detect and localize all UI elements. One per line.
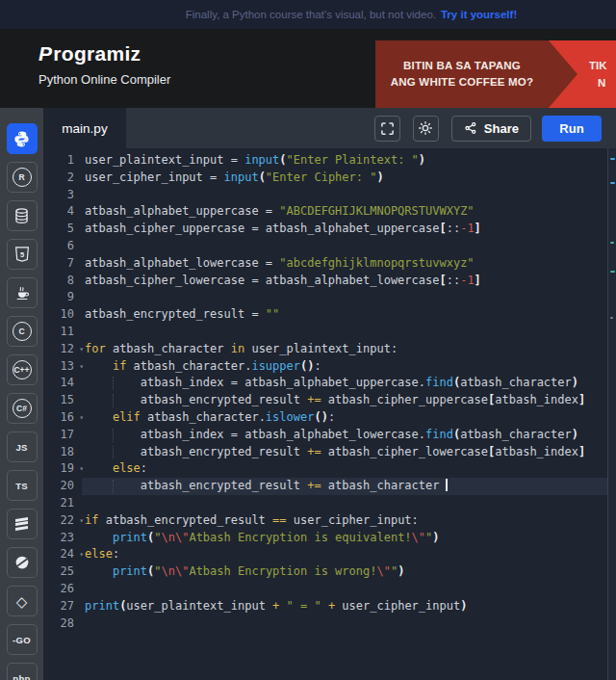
- c-icon: C: [13, 322, 32, 341]
- code-line-26[interactable]: 26: [43, 581, 607, 598]
- tab-main-py[interactable]: main.py: [43, 108, 126, 148]
- code-line-18[interactable]: 18 atbash_encrypted_result += atbash_cip…: [43, 444, 607, 461]
- code-line-10[interactable]: 10atbash_encrypted_result = "": [43, 306, 607, 324]
- html-icon: 5: [13, 246, 31, 263]
- indent-guide: [113, 394, 114, 407]
- code-text: atbash_encrypted_result += atbash_cipher…: [82, 444, 607, 461]
- indent-guide: [113, 446, 114, 459]
- line-number: 11: [43, 324, 82, 341]
- sidebar-item-swift[interactable]: [7, 547, 38, 578]
- sidebar-item-ruby[interactable]: ◇: [7, 586, 38, 616]
- sidebar-item-html[interactable]: 5: [7, 239, 38, 270]
- code-text: atbash_index = atbash_alphabet_lowercase…: [82, 427, 607, 444]
- code-text: user_plaintext_input = input("Enter Plai…: [82, 152, 607, 170]
- indent-guide: [113, 377, 114, 390]
- code-text: atbash_encrypted_result = "": [82, 306, 607, 324]
- code-text: [82, 238, 607, 255]
- code-text: print("\n\"Atbash Encryption is equivale…: [82, 530, 607, 547]
- code-line-28[interactable]: 28: [43, 615, 607, 633]
- code-text: for atbash_character in user_plaintext_i…: [82, 341, 607, 358]
- code-text: [82, 324, 607, 341]
- code-line-14[interactable]: 14 atbash_index = atbash_alphabet_upperc…: [43, 375, 607, 392]
- line-number: 4: [43, 203, 82, 221]
- sidebar-item-python[interactable]: [7, 123, 38, 154]
- run-button[interactable]: Run: [542, 116, 602, 142]
- swift-icon: [13, 554, 31, 571]
- sidebar-item-c[interactable]: C: [7, 316, 38, 347]
- line-number: 9: [43, 289, 82, 306]
- code-line-23[interactable]: 23 print("\n\"Atbash Encryption is equiv…: [43, 530, 607, 547]
- line-number: 14: [43, 375, 82, 392]
- line-number: 27: [43, 598, 82, 615]
- cpp-icon: C++: [13, 360, 32, 379]
- programiz-logo: Programiz: [38, 42, 170, 65]
- share-button[interactable]: Share: [451, 116, 531, 142]
- code-line-12[interactable]: 12▾for atbash_character in user_plaintex…: [43, 341, 607, 358]
- fullscreen-button[interactable]: [374, 116, 400, 142]
- sidebar-item-r[interactable]: R: [7, 162, 38, 193]
- sidebar-item-scala[interactable]: [7, 509, 38, 539]
- code-line-3[interactable]: 3: [43, 187, 607, 204]
- code-line-4[interactable]: 4atbash_alphabet_uppercase = "ABCDEFGHIJ…: [43, 203, 607, 221]
- code-editor[interactable]: 1user_plaintext_input = input("Enter Pla…: [43, 148, 616, 680]
- code-text: [82, 581, 607, 598]
- code-line-1[interactable]: 1user_plaintext_input = input("Enter Pla…: [43, 152, 607, 170]
- code-line-13[interactable]: 13▾ if atbash_character.isupper():: [43, 358, 607, 376]
- code-line-8[interactable]: 8atbash_cipher_lowercase = atbash_alphab…: [43, 273, 607, 290]
- sidebar-item-go[interactable]: -GO: [7, 624, 38, 655]
- code-line-20[interactable]: 20 atbash_encrypted_result += atbash_cha…: [43, 478, 607, 495]
- code-line-5[interactable]: 5atbash_cipher_uppercase = atbash_alphab…: [43, 221, 607, 238]
- code-text: atbash_alphabet_uppercase = "ABCDEFGHIJK…: [82, 203, 607, 221]
- ts-icon: TS: [15, 481, 28, 491]
- code-line-19[interactable]: 19▾ else:: [43, 460, 607, 478]
- line-number: 8: [43, 273, 82, 290]
- sidebar-item-js[interactable]: JS: [7, 432, 38, 462]
- promo-link[interactable]: Try it yourself!: [441, 9, 517, 20]
- code-line-11[interactable]: 11: [43, 324, 607, 341]
- code-line-2[interactable]: 2user_cipher_input = input("Enter Cipher…: [43, 170, 607, 187]
- ad-banner[interactable]: BITIN BA SA TAPANG ANG WHITE COFFEE MO? …: [375, 40, 616, 108]
- ad-right-line2: N: [589, 74, 616, 92]
- code-line-9[interactable]: 9: [43, 289, 607, 306]
- theme-toggle-button[interactable]: [413, 116, 439, 142]
- sidebar-item-csharp[interactable]: C#: [7, 393, 38, 424]
- sidebar-item-ts[interactable]: TS: [7, 470, 38, 501]
- code-line-27[interactable]: 27print(user_plaintext_input + " = " + u…: [43, 598, 607, 615]
- code-line-15[interactable]: 15 atbash_encrypted_result += atbash_cip…: [43, 392, 607, 409]
- code-line-6[interactable]: 6: [43, 238, 607, 255]
- sidebar-item-java[interactable]: [7, 277, 38, 308]
- line-number: 26: [43, 581, 82, 598]
- code-line-16[interactable]: 16▾ elif atbash_character.islower():: [43, 409, 607, 427]
- line-number: 1: [43, 152, 82, 170]
- code-text: else:: [82, 460, 607, 478]
- editor-minimap[interactable]: [607, 148, 616, 680]
- sidebar-item-cpp[interactable]: C++: [7, 354, 38, 385]
- scala-icon: [15, 516, 28, 532]
- line-number: 7: [43, 255, 82, 273]
- run-label: Run: [559, 121, 583, 136]
- app-header: Programiz Python Online Compiler BITIN B…: [0, 29, 616, 108]
- code-line-21[interactable]: 21: [43, 495, 607, 512]
- code-line-25[interactable]: 25 print("\n\"Atbash Encryption is wrong…: [43, 563, 607, 581]
- svg-text:5: 5: [19, 250, 23, 259]
- code-line-22[interactable]: 22▾if atbash_encrypted_result == user_ci…: [43, 512, 607, 530]
- sidebar-item-sql[interactable]: [7, 200, 38, 231]
- promo-banner: Finally, a Python course that's visual, …: [0, 0, 616, 29]
- share-icon: [464, 121, 477, 135]
- code-line-7[interactable]: 7atbash_alphabet_lowercase = "abcdefghij…: [43, 255, 607, 273]
- sidebar-item-php[interactable]: php: [7, 663, 38, 680]
- line-number: 16▾: [43, 409, 82, 427]
- line-number: 2: [43, 170, 82, 187]
- code-line-17[interactable]: 17 atbash_index = atbash_alphabet_lowerc…: [43, 427, 607, 444]
- csharp-icon: C#: [13, 399, 32, 418]
- js-icon: JS: [15, 442, 27, 453]
- workarea: main.py: [43, 108, 616, 680]
- code-text: atbash_index = atbash_alphabet_uppercase…: [82, 375, 607, 392]
- line-number: 6: [43, 238, 82, 255]
- code-text: [82, 615, 607, 633]
- brand-block[interactable]: Programiz Python Online Compiler: [38, 42, 170, 87]
- code-text: print("\n\"Atbash Encryption is wrong!\"…: [82, 563, 607, 581]
- line-number: 13▾: [43, 358, 82, 376]
- code-line-24[interactable]: 24▾else:: [43, 546, 607, 563]
- minimap-mark: [610, 182, 615, 184]
